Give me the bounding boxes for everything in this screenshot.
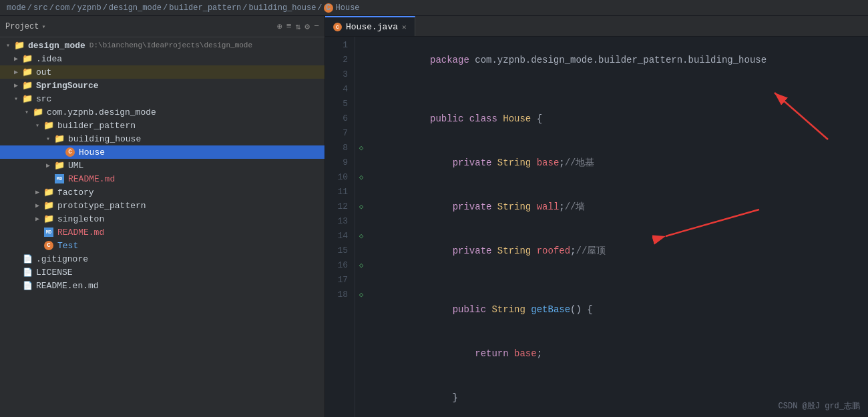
readme-en-file-icon: 📄	[23, 281, 33, 291]
out-label: out	[36, 67, 51, 77]
minimize-icon[interactable]: −	[314, 21, 319, 31]
collapse-all-icon[interactable]: ≡	[286, 21, 292, 31]
readme-2-label: README.md	[57, 228, 104, 238]
idea-label: .idea	[36, 54, 62, 64]
folder-src-icon: 📁	[22, 93, 33, 104]
tree-item-src[interactable]: ▾ 📁 src	[0, 92, 324, 105]
tree-item-com[interactable]: ▾ 📁 com.yzpnb.design_mode	[0, 105, 324, 119]
license-file-icon: 📄	[23, 268, 33, 278]
tab-class-icon: C	[333, 23, 342, 31]
tree-item-license[interactable]: 📄 LICENSE	[0, 266, 324, 279]
tree-root[interactable]: ▾ 📁 design_mode D:\biancheng\IdeaProject…	[0, 39, 324, 52]
tree-item-readme-1[interactable]: MD README.md	[0, 172, 324, 185]
uml-label: UML	[68, 161, 83, 171]
folder-builder-icon: 📁	[43, 120, 54, 131]
code-gutter: ◇ ◇ ◇ ◇ ◇ ◇	[355, 37, 367, 417]
code-area[interactable]: package com.yzpnb.design_mode.builder_pa…	[367, 37, 868, 417]
singleton-label: singleton	[57, 214, 104, 224]
license-label: LICENSE	[36, 268, 73, 278]
code-line-7	[374, 273, 868, 288]
code-line-4: private String base;//地基	[374, 141, 868, 185]
src-label: src	[36, 94, 51, 104]
class-g-icon: C	[44, 241, 53, 250]
tab-bar: C House.java ✕	[325, 16, 868, 37]
file-icon: 📄	[23, 254, 33, 264]
code-line-1: package com.yzpnb.design_mode.builder_pa…	[374, 38, 868, 82]
tree-item-builder[interactable]: ▾ 📁 builder_pattern	[0, 119, 324, 132]
tree-item-springsource[interactable]: ▶ 📁 SpringSource	[0, 79, 324, 92]
sidebar-header: Project ▾ ⊕ ≡ ⇅ ⚙ −	[0, 16, 324, 37]
chevron-down-icon[interactable]: ▾	[41, 23, 45, 31]
tree-item-uml[interactable]: ▶ 📁 UML	[0, 159, 324, 172]
folder-uml-icon: 📁	[54, 160, 65, 171]
code-line-8: public String getBase() {	[374, 288, 868, 332]
tree-item-test[interactable]: C Test	[0, 239, 324, 252]
locate-icon[interactable]: ⊕	[277, 21, 282, 32]
code-line-6: private String roofed;//屋顶	[374, 229, 868, 273]
code-line-2	[374, 82, 868, 97]
com-label: com.yzpnb.design_mode	[47, 107, 156, 117]
tree-item-out[interactable]: ▶ 📁 out	[0, 65, 324, 79]
folder-building-icon: 📁	[54, 133, 65, 144]
folder-singleton-icon: 📁	[43, 214, 54, 224]
project-root-label: design_mode	[28, 41, 85, 51]
folder-out-icon: 📁	[22, 67, 33, 77]
folder-icon: 📁	[14, 40, 25, 51]
springsource-label: SpringSource	[36, 81, 99, 91]
tree-item-gitignore[interactable]: 📄 .gitignore	[0, 252, 324, 266]
breadcrumb-current: House	[336, 3, 360, 13]
folder-icon: 📁	[22, 80, 33, 91]
sidebar-title: Project ▾	[5, 22, 45, 31]
readme-en-label: README.en.md	[36, 281, 99, 291]
class-c-icon: C	[65, 147, 75, 157]
tab-house-java[interactable]: C House.java ✕	[325, 16, 415, 36]
folder-prototype-icon: 📁	[43, 200, 54, 211]
tree-item-factory[interactable]: ▶ 📁 factory	[0, 185, 324, 199]
sidebar: Project ▾ ⊕ ≡ ⇅ ⚙ − ▾ 📁 design_mode D:\b…	[0, 16, 325, 417]
tree-item-readme-2[interactable]: MD README.md	[0, 226, 324, 239]
editor-area: C House.java ✕ 1 2 3 4 5 6 7 8 9 10 11 1…	[325, 16, 868, 417]
code-line-9: return base;	[374, 332, 868, 376]
prototype-label: prototype_pattern	[57, 201, 146, 211]
tree-item-idea[interactable]: ▶ 📁 .idea	[0, 52, 324, 65]
builder-label: builder_pattern	[57, 121, 136, 131]
close-tab-button[interactable]: ✕	[402, 23, 407, 31]
folder-orange-icon: 📁	[22, 53, 33, 64]
sidebar-toolbar: ⊕ ≡ ⇅ ⚙ −	[277, 21, 319, 32]
test-label: Test	[57, 241, 78, 251]
watermark: CSDN @殷J grd_志鹏	[779, 400, 860, 412]
folder-factory-icon: 📁	[43, 187, 54, 197]
readme-1-label: README.md	[68, 174, 115, 184]
code-line-5: private String wall;//墙	[374, 185, 868, 229]
tree-item-readme-en[interactable]: 📄 README.en.md	[0, 279, 324, 292]
md-icon: MD	[55, 174, 64, 183]
line-numbers: 1 2 3 4 5 6 7 8 9 10 11 12 13 14 15 16 1…	[325, 37, 355, 417]
file-tree: ▾ 📁 design_mode D:\biancheng\IdeaProject…	[0, 37, 324, 417]
class-icon: C	[324, 3, 333, 13]
tree-item-building-house[interactable]: ▾ 📁 building_house	[0, 132, 324, 145]
md-icon-2: MD	[44, 228, 53, 237]
tree-item-prototype[interactable]: ▶ 📁 prototype_pattern	[0, 199, 324, 212]
tree-item-singleton[interactable]: ▶ 📁 singleton	[0, 212, 324, 226]
tab-label: House.java	[346, 22, 398, 32]
folder-com-icon: 📁	[33, 107, 43, 117]
house-label: House	[79, 147, 105, 157]
main-layout: Project ▾ ⊕ ≡ ⇅ ⚙ − ▾ 📁 design_mode D:\b…	[0, 16, 868, 417]
tree-item-house[interactable]: C House	[0, 145, 324, 159]
gitignore-label: .gitignore	[36, 254, 88, 264]
expand-arrow: ▾	[3, 41, 13, 49]
code-line-3: public class House {	[374, 97, 868, 141]
settings-icon[interactable]: ⚙	[304, 21, 310, 32]
editor-content[interactable]: 1 2 3 4 5 6 7 8 9 10 11 12 13 14 15 16 1…	[325, 37, 868, 417]
factory-label: factory	[57, 187, 94, 197]
building-house-label: building_house	[68, 134, 141, 144]
breadcrumb: mode / src / com / yzpnb / design_mode /…	[0, 0, 868, 16]
sort-icon[interactable]: ⇅	[296, 21, 301, 32]
